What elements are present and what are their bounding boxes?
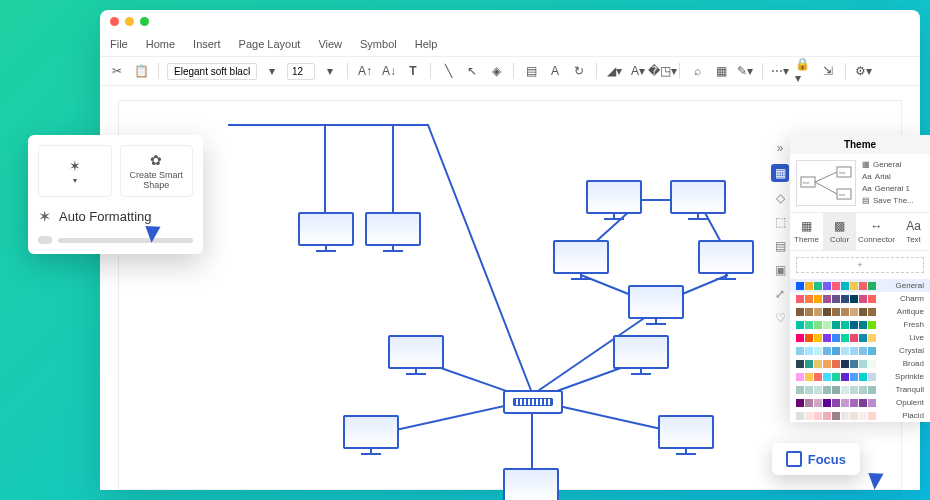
theme-tab-connector[interactable]: ↔Connector [856, 213, 897, 250]
palette-tranquil[interactable]: Tranquil [790, 383, 930, 396]
palette-antique[interactable]: Antique [790, 305, 930, 318]
svg-text:text: text [803, 180, 810, 185]
theme-panel-title: Theme [790, 135, 930, 154]
side-rail-icon[interactable]: ▦ [771, 164, 789, 182]
layers-icon[interactable]: ◈ [487, 62, 505, 80]
search-icon[interactable]: ⌕ [688, 62, 706, 80]
palette-list: GeneralCharmAntiqueFreshLiveCrystalBroad… [790, 279, 930, 422]
paste-icon[interactable]: 📋 [132, 62, 150, 80]
auto-format-slider[interactable] [38, 236, 193, 244]
menu-view[interactable]: View [318, 38, 342, 50]
shapes-icon: ✿ [150, 152, 162, 168]
pen-icon[interactable]: ✎▾ [736, 62, 754, 80]
chevron-down-icon[interactable]: ▾ [263, 62, 281, 80]
font-select[interactable] [167, 63, 257, 80]
palette-crystal[interactable]: Crystal [790, 344, 930, 357]
size-select[interactable] [287, 63, 315, 80]
max-dot[interactable] [140, 17, 149, 26]
monitor-node[interactable] [628, 285, 684, 329]
settings-icon[interactable]: ⚙▾ [854, 62, 872, 80]
crop-icon[interactable]: �◳▾ [653, 62, 671, 80]
export-icon[interactable]: ⇲ [819, 62, 837, 80]
spark-icon: ✶ [69, 158, 81, 174]
auto-format-card[interactable]: ✶▾ ✿Create Smart Shape ✶ Auto Formatting [28, 135, 203, 254]
text-icon[interactable]: A [546, 62, 564, 80]
side-rail-icon[interactable]: ⤢ [772, 286, 788, 302]
monitor-node[interactable] [658, 415, 714, 459]
svg-line-17 [815, 182, 837, 194]
theme-meta-row[interactable]: AaArial [862, 172, 914, 181]
theme-tab-text[interactable]: AaText [897, 213, 930, 250]
toolbar: ✂ 📋 ▾ ▾ A↑ A↓ T ╲ ↖ ◈ ▤ A ↻ ◢▾ A▾ �◳▾ ⌕ … [100, 56, 920, 86]
palette-live[interactable]: Live [790, 331, 930, 344]
network-switch [503, 390, 563, 414]
add-palette-button[interactable]: + [796, 257, 924, 273]
titlebar [100, 10, 920, 32]
monitor-node[interactable] [613, 335, 669, 379]
create-smart-shape-button[interactable]: ✿Create Smart Shape [120, 145, 194, 197]
spark-button[interactable]: ✶▾ [38, 145, 112, 197]
monitor-node[interactable] [343, 415, 399, 459]
close-dot[interactable] [110, 17, 119, 26]
side-rail-icon[interactable]: ⬚ [772, 214, 788, 230]
theme-panel[interactable]: Theme texttexttext ▦GeneralAaArialAaGene… [790, 135, 930, 422]
rotate-icon[interactable]: ↻ [570, 62, 588, 80]
auto-formatting-row[interactable]: ✶ Auto Formatting [38, 207, 193, 226]
theme-meta-row[interactable]: ▦General [862, 160, 914, 169]
monitor-node[interactable] [298, 212, 354, 256]
side-rail: »▦◇⬚▤▣⤢♡ [770, 140, 790, 326]
svg-text:text: text [839, 170, 846, 175]
size-up-icon[interactable]: A↑ [356, 62, 374, 80]
theme-tabs: ▦Theme▩Color↔ConnectorAaText [790, 213, 930, 251]
grid-icon[interactable]: ▦ [712, 62, 730, 80]
monitor-node[interactable] [388, 335, 444, 379]
menu-help[interactable]: Help [415, 38, 438, 50]
monitor-node[interactable] [503, 468, 559, 500]
palette-placid[interactable]: Placid [790, 409, 930, 422]
theme-thumbnail[interactable]: texttexttext [796, 160, 856, 206]
font-color-icon[interactable]: A▾ [629, 62, 647, 80]
line-icon[interactable]: ╲ [439, 62, 457, 80]
palette-fresh[interactable]: Fresh [790, 318, 930, 331]
monitor-node[interactable] [670, 180, 726, 224]
monitor-node[interactable] [586, 180, 642, 224]
side-rail-icon[interactable]: ♡ [772, 310, 788, 326]
pointer-icon[interactable]: ↖ [463, 62, 481, 80]
menu-home[interactable]: Home [146, 38, 175, 50]
chevron-down-icon[interactable]: ▾ [321, 62, 339, 80]
align-icon[interactable]: ▤ [522, 62, 540, 80]
svg-line-16 [815, 172, 837, 182]
side-rail-icon[interactable]: ▣ [772, 262, 788, 278]
focus-button[interactable]: Focus [772, 443, 860, 475]
menu-file[interactable]: File [110, 38, 128, 50]
palette-broad[interactable]: Broad [790, 357, 930, 370]
monitor-node[interactable] [365, 212, 421, 256]
size-down-icon[interactable]: A↓ [380, 62, 398, 80]
cut-icon[interactable]: ✂ [108, 62, 126, 80]
more-icon[interactable]: ⋯▾ [771, 62, 789, 80]
spark-icon: ✶ [38, 207, 51, 226]
theme-tab-theme[interactable]: ▦Theme [790, 213, 823, 250]
side-rail-icon[interactable]: ◇ [772, 190, 788, 206]
min-dot[interactable] [125, 17, 134, 26]
palette-sprinkle[interactable]: Sprinkle [790, 370, 930, 383]
monitor-node[interactable] [698, 240, 754, 284]
fill-icon[interactable]: ◢▾ [605, 62, 623, 80]
theme-tab-color[interactable]: ▩Color [823, 213, 856, 250]
auto-formatting-label: Auto Formatting [59, 209, 152, 224]
palette-charm[interactable]: Charm [790, 292, 930, 305]
menubar: FileHomeInsertPage LayoutViewSymbolHelp [100, 32, 920, 56]
palette-general[interactable]: General [790, 279, 930, 292]
menu-page-layout[interactable]: Page Layout [239, 38, 301, 50]
side-rail-icon[interactable]: ▤ [772, 238, 788, 254]
menu-symbol[interactable]: Symbol [360, 38, 397, 50]
menu-insert[interactable]: Insert [193, 38, 221, 50]
theme-meta-row[interactable]: AaGeneral 1 [862, 184, 914, 193]
palette-opulent[interactable]: Opulent [790, 396, 930, 409]
focus-icon [786, 451, 802, 467]
theme-meta-row[interactable]: ▤Save The... [862, 196, 914, 205]
lock-icon[interactable]: 🔒▾ [795, 62, 813, 80]
side-rail-icon[interactable]: » [772, 140, 788, 156]
bold-icon[interactable]: T [404, 62, 422, 80]
monitor-node[interactable] [553, 240, 609, 284]
